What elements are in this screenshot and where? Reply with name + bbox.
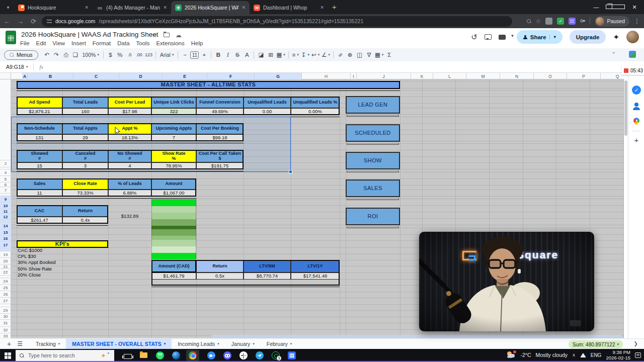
borders-icon[interactable]: ⊞: [266, 50, 275, 60]
redo-icon[interactable]: ↷: [52, 50, 61, 60]
sheet-tab[interactable]: Incoming Leads: [172, 339, 225, 349]
language-indicator[interactable]: ENG: [591, 352, 602, 358]
clock[interactable]: 9:38 PM 2026-02-15: [606, 349, 630, 361]
menu-item[interactable]: Help: [191, 40, 203, 46]
text-wrap-icon[interactable]: ↩: [310, 50, 320, 60]
6[interactable]: 6: [0, 183, 11, 187]
increase-decimal-icon[interactable]: .00: [134, 50, 144, 60]
undo-icon[interactable]: ↶: [42, 50, 52, 60]
browser-menu-icon[interactable]: ⋮: [634, 18, 640, 25]
14[interactable]: 14: [0, 223, 11, 229]
telegram-icon[interactable]: [256, 351, 264, 359]
zoom-page-icon[interactable]: [527, 19, 531, 24]
hidden-icons-chevron[interactable]: ∧: [572, 352, 576, 357]
31[interactable]: 31: [0, 320, 11, 327]
column-header[interactable]: H: [302, 73, 351, 79]
decrease-decimal-icon[interactable]: .0: [125, 50, 134, 60]
11[interactable]: 11: [0, 209, 11, 214]
calculator-icon[interactable]: [288, 351, 296, 359]
vertical-align-icon[interactable]: ↧: [300, 50, 310, 60]
file-explorer-icon[interactable]: [140, 351, 148, 359]
sheet-tab[interactable]: January: [225, 339, 261, 349]
20[interactable]: 20: [0, 258, 11, 264]
vertical-scrollbar[interactable]: [624, 80, 627, 136]
create-filter-icon[interactable]: ∇: [364, 50, 374, 60]
sheets-logo-icon[interactable]: [6, 31, 16, 44]
cloud-status-icon[interactable]: ☁: [176, 32, 182, 39]
font-size-input[interactable]: 11: [190, 51, 199, 59]
minimize-button[interactable]: —: [587, 4, 606, 10]
4[interactable]: 4: [0, 169, 11, 176]
7[interactable]: 7: [0, 187, 11, 194]
bold-icon[interactable]: B: [213, 50, 223, 60]
22[interactable]: 22: [0, 269, 11, 276]
zoom-app-icon[interactable]: [207, 351, 215, 359]
sheet-tab[interactable]: MASTER SHEET - OVERALL STATS: [66, 339, 172, 349]
browser-tab[interactable]: W Dashboard | Whop ✕: [250, 1, 328, 14]
column-header[interactable]: E: [163, 73, 207, 79]
26[interactable]: 26: [0, 291, 11, 298]
menu-item[interactable]: Tools: [136, 40, 150, 46]
weather-icon[interactable]: [507, 351, 516, 358]
browser-tab[interactable]: Hooksquare ✕: [14, 1, 93, 14]
upgrade-button[interactable]: Upgrade: [570, 30, 606, 44]
text-rotation-icon[interactable]: ∠: [320, 50, 331, 60]
column-header[interactable]: N: [500, 73, 534, 79]
horizontal-scrollbar[interactable]: [211, 335, 622, 337]
extension-badge-icon[interactable]: [629, 51, 636, 58]
horizontal-align-icon[interactable]: ≡: [291, 50, 300, 60]
version-history-icon[interactable]: ↺: [471, 33, 477, 42]
browser-tab[interactable]: 2026 HookSquare | WAAS Ad T ✕: [171, 1, 250, 14]
browser-tab[interactable]: ∞ (4) Ads Manager - Manage ads ✕: [93, 1, 171, 14]
new-tab-button[interactable]: +: [332, 3, 337, 11]
extensions-puzzle-icon[interactable]: ⚩: [580, 18, 585, 25]
move-folder-icon[interactable]: [164, 33, 170, 37]
zoom-select[interactable]: 100%: [80, 50, 101, 60]
column-header[interactable]: P: [567, 73, 601, 79]
column-header[interactable]: I: [351, 73, 357, 79]
taskbar-search-input[interactable]: Type here to search ✦ ✦: [16, 350, 114, 361]
19[interactable]: 19: [0, 251, 11, 258]
tab-close-icon[interactable]: ✕: [320, 5, 324, 10]
tab-close-icon[interactable]: ✕: [242, 5, 246, 10]
gemini-sparkle-icon[interactable]: ✦: [613, 33, 619, 42]
select-all-corner[interactable]: [0, 73, 11, 79]
column-header[interactable]: D: [119, 73, 163, 79]
32[interactable]: 32: [0, 327, 11, 333]
close-button[interactable]: ✕: [625, 4, 644, 11]
recording-timer[interactable]: 05:43: [622, 66, 644, 75]
menu-item[interactable]: Data: [117, 40, 129, 46]
account-avatar[interactable]: [626, 31, 639, 43]
menu-item[interactable]: File: [20, 40, 30, 46]
url-input[interactable]: docs.google.com/spreadsheets/d/1XbdtYCeX…: [42, 16, 512, 27]
tasks-icon[interactable]: ✓: [632, 85, 641, 95]
merge-cells-icon[interactable]: ▦: [275, 50, 286, 60]
tab-close-icon[interactable]: ✕: [85, 5, 89, 10]
10[interactable]: 10: [0, 203, 11, 209]
font-select[interactable]: Arial: [158, 50, 176, 60]
action-center-icon[interactable]: [635, 352, 641, 358]
text-color-icon[interactable]: A: [242, 50, 252, 60]
increase-font-size-button[interactable]: +: [199, 50, 209, 60]
5[interactable]: 5: [0, 176, 11, 183]
meet-video-icon[interactable]: [499, 35, 506, 40]
insert-comment-icon[interactable]: ⊕: [345, 50, 355, 60]
task-view-icon[interactable]: [124, 354, 132, 359]
column-header[interactable]: M: [466, 73, 500, 79]
extension-icon-1[interactable]: [545, 18, 552, 25]
menu-item[interactable]: Extensions: [156, 40, 184, 46]
menu-item[interactable]: Edit: [36, 40, 46, 46]
restore-button[interactable]: [606, 4, 625, 10]
document-title[interactable]: 2026 HookSquare | WAAS Ad Tracking Sheet: [21, 31, 158, 38]
add-addon-icon[interactable]: +: [632, 136, 641, 145]
scroll-right-icon[interactable]: ❯: [634, 341, 638, 346]
all-sheets-icon[interactable]: ☰: [17, 340, 23, 347]
recording-stop-icon[interactable]: [624, 68, 628, 73]
bookmark-star-icon[interactable]: ☆: [536, 18, 541, 25]
sum-badge[interactable]: Sum: 480.8977122: [569, 340, 623, 348]
collapse-toolbar-icon[interactable]: ⌃: [612, 51, 616, 57]
weather-condition[interactable]: Mostly cloudy: [536, 352, 568, 358]
tab-close-icon[interactable]: ✕: [163, 5, 167, 10]
9[interactable]: 9: [0, 196, 11, 203]
27[interactable]: 27: [0, 298, 11, 304]
